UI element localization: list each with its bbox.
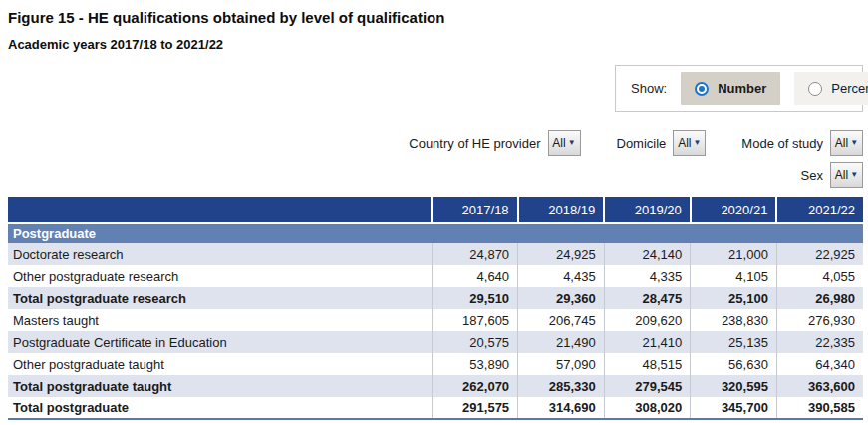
row-value: 26,980	[776, 287, 863, 309]
row-value: 29,510	[432, 287, 518, 309]
filter-country-label: Country of HE provider	[409, 136, 540, 151]
row-label: Doctorate research	[8, 243, 432, 265]
row-value: 64,340	[776, 353, 863, 375]
filter-sex-dropdown[interactable]: All ▼	[830, 162, 863, 188]
table-header-year: 2017/18	[432, 197, 518, 223]
page-title: Figure 15 - HE qualifications obtained b…	[8, 9, 444, 26]
show-option-percent[interactable]: Percent	[794, 72, 868, 105]
row-label: Postgraduate Certificate in Education	[8, 331, 432, 353]
filter-sex: Sex All ▼	[801, 162, 863, 188]
table-row: Postgraduate Certificate in Education20,…	[8, 331, 863, 353]
row-value: 308,020	[604, 397, 691, 419]
row-value: 206,745	[518, 309, 605, 331]
table-header-row: 2017/18 2018/19 2019/20 2020/21 2021/22	[8, 197, 863, 223]
row-value: 56,630	[691, 353, 777, 375]
table-row: Total postgraduate291,575314,690308,0203…	[8, 397, 863, 419]
row-value: 57,090	[518, 353, 605, 375]
row-value: 24,870	[432, 243, 518, 265]
row-value: 291,575	[432, 397, 518, 419]
row-value: 28,475	[604, 287, 691, 309]
row-label: Total postgraduate taught	[8, 375, 432, 397]
row-value: 24,140	[604, 243, 691, 265]
filter-sex-value: All	[835, 168, 848, 182]
row-label: Other postgraduate research	[8, 265, 432, 287]
filter-domicile-value: All	[678, 136, 691, 150]
row-value: 345,700	[691, 397, 777, 419]
table-row: Total postgraduate taught262,070285,3302…	[8, 375, 863, 397]
filter-domicile-label: Domicile	[617, 136, 667, 151]
row-value: 4,435	[518, 265, 605, 287]
table-header-year: 2018/19	[518, 197, 605, 223]
show-option-number[interactable]: Number	[681, 72, 780, 105]
row-value: 53,890	[432, 353, 518, 375]
row-value: 285,330	[518, 375, 605, 397]
row-value: 4,640	[432, 265, 518, 287]
caret-down-icon: ▼	[694, 139, 702, 147]
table-section-row: Postgraduate	[8, 223, 863, 243]
table-row: Doctorate research24,87024,92524,14021,0…	[8, 243, 863, 265]
row-label: Total postgraduate	[8, 397, 432, 419]
show-option-number-label: Number	[718, 81, 766, 96]
filter-row-1: Country of HE provider All ▼ Domicile Al…	[409, 130, 863, 156]
row-label: Total postgraduate research	[8, 287, 432, 309]
page-subtitle: Academic years 2017/18 to 2021/22	[8, 37, 223, 52]
radio-unselected-icon[interactable]	[808, 82, 822, 96]
filter-mode-of-study-value: All	[835, 136, 848, 150]
row-value: 4,335	[604, 265, 691, 287]
caret-down-icon: ▼	[850, 171, 858, 179]
qualifications-table: 2017/18 2018/19 2019/20 2020/21 2021/22 …	[8, 197, 863, 420]
table-row: Other postgraduate research4,6404,4354,3…	[8, 265, 863, 287]
table-row: Total postgraduate research29,51029,3602…	[8, 287, 863, 309]
caret-down-icon: ▼	[850, 139, 858, 147]
row-value: 209,620	[604, 309, 691, 331]
filter-mode-of-study-label: Mode of study	[741, 136, 823, 151]
row-value: 262,070	[432, 375, 518, 397]
row-value: 24,925	[518, 243, 605, 265]
page: Figure 15 - HE qualifications obtained b…	[0, 0, 868, 425]
row-value: 279,545	[604, 375, 691, 397]
filter-mode-of-study: Mode of study All ▼	[741, 130, 863, 156]
row-value: 21,490	[518, 331, 605, 353]
table-header-year: 2021/22	[776, 197, 863, 223]
row-value: 25,100	[691, 287, 777, 309]
table-body: PostgraduateDoctorate research24,87024,9…	[8, 223, 863, 419]
row-value: 363,600	[776, 375, 863, 397]
row-value: 4,055	[776, 265, 863, 287]
row-value: 21,000	[691, 243, 777, 265]
filter-domicile-dropdown[interactable]: All ▼	[673, 130, 706, 156]
filter-sex-label: Sex	[801, 168, 823, 183]
row-value: 320,595	[691, 375, 777, 397]
filter-row-2: Sex All ▼	[801, 162, 863, 188]
show-toggle-box: Show: Number Percent	[615, 65, 863, 112]
filter-mode-of-study-dropdown[interactable]: All ▼	[830, 130, 863, 156]
row-label: Other postgraduate taught	[8, 353, 432, 375]
filter-country-value: All	[552, 136, 565, 150]
row-value: 238,830	[691, 309, 777, 331]
caret-down-icon: ▼	[568, 139, 576, 147]
table-section-label: Postgraduate	[8, 223, 863, 243]
radio-selected-icon[interactable]	[695, 82, 709, 96]
row-value: 22,335	[776, 331, 863, 353]
row-value: 25,135	[691, 331, 777, 353]
show-label: Show:	[631, 81, 667, 96]
table-row: Masters taught187,605206,745209,620238,8…	[8, 309, 863, 331]
filter-domicile: Domicile All ▼	[617, 130, 707, 156]
row-value: 314,690	[518, 397, 605, 419]
row-value: 187,605	[432, 309, 518, 331]
row-value: 21,410	[604, 331, 691, 353]
filter-country: Country of HE provider All ▼	[409, 130, 580, 156]
table-header-empty	[8, 197, 432, 223]
row-value: 20,575	[432, 331, 518, 353]
table-header-year: 2019/20	[604, 197, 691, 223]
row-value: 390,585	[776, 397, 863, 419]
table-row: Other postgraduate taught53,89057,09048,…	[8, 353, 863, 375]
row-value: 48,515	[604, 353, 691, 375]
filter-country-dropdown[interactable]: All ▼	[548, 130, 581, 156]
row-label: Masters taught	[8, 309, 432, 331]
row-value: 22,925	[776, 243, 863, 265]
row-value: 4,105	[691, 265, 777, 287]
show-option-percent-label: Percent	[831, 81, 868, 96]
row-value: 276,930	[776, 309, 863, 331]
row-value: 29,360	[518, 287, 605, 309]
table-header-year: 2020/21	[691, 197, 777, 223]
